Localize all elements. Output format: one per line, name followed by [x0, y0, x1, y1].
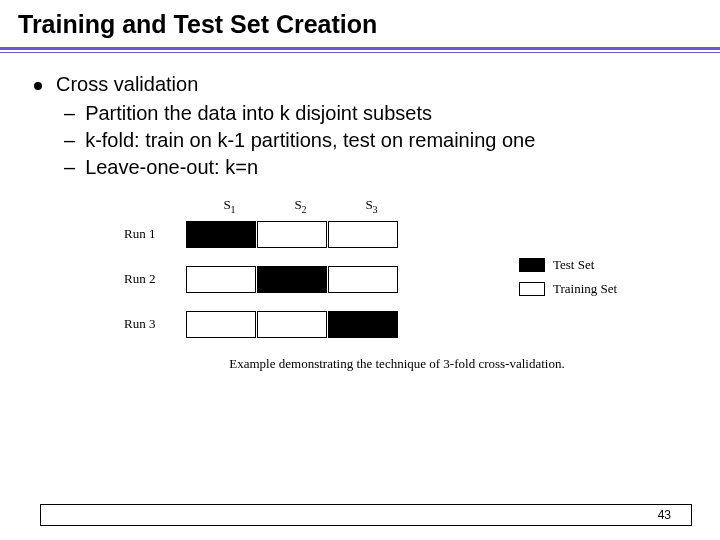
header-s1: S1 — [194, 197, 265, 215]
footer-box: 43 — [40, 504, 692, 526]
partition-box — [257, 266, 327, 293]
run-row-3: Run 3 — [124, 311, 700, 338]
partition-box — [186, 221, 256, 248]
legend-swatch-test — [519, 258, 545, 272]
partition-box — [328, 311, 398, 338]
content-area: Cross validation – Partition the data in… — [0, 53, 720, 372]
cross-validation-diagram: S1 S2 S3 Run 1 Run 2 Run 3 — [124, 197, 700, 372]
legend-label: Test Set — [553, 257, 594, 273]
run-label: Run 1 — [124, 226, 186, 242]
sub-bullet-text: Partition the data into k disjoint subse… — [85, 102, 432, 125]
slide-title: Training and Test Set Creation — [0, 0, 720, 47]
partition-box — [186, 266, 256, 293]
divider-thick — [0, 47, 720, 50]
run-boxes — [186, 266, 399, 293]
run-label: Run 2 — [124, 271, 186, 287]
legend-row: Training Set — [519, 281, 617, 297]
sub-bullet-row: – k-fold: train on k-1 partitions, test … — [64, 129, 700, 152]
bullet-icon — [34, 82, 42, 90]
dash-icon: – — [64, 156, 75, 179]
main-bullet-row: Cross validation — [34, 73, 700, 96]
main-bullet-text: Cross validation — [56, 73, 198, 96]
partition-box — [186, 311, 256, 338]
dash-icon: – — [64, 102, 75, 125]
dash-icon: – — [64, 129, 75, 152]
sub-bullet-text: Leave-one-out: k=n — [85, 156, 258, 179]
run-boxes — [186, 221, 399, 248]
diagram-headers: S1 S2 S3 — [194, 197, 700, 215]
sub-bullet-row: – Leave-one-out: k=n — [64, 156, 700, 179]
run-boxes — [186, 311, 399, 338]
diagram-caption: Example demonstrating the technique of 3… — [94, 356, 700, 372]
run-row-1: Run 1 — [124, 221, 700, 248]
partition-box — [328, 221, 398, 248]
partition-box — [257, 221, 327, 248]
header-s3: S3 — [336, 197, 407, 215]
partition-box — [257, 311, 327, 338]
sub-bullet-row: – Partition the data into k disjoint sub… — [64, 102, 700, 125]
legend-row: Test Set — [519, 257, 617, 273]
run-label: Run 3 — [124, 316, 186, 332]
legend: Test Set Training Set — [519, 257, 617, 305]
sub-bullet-text: k-fold: train on k-1 partitions, test on… — [85, 129, 535, 152]
legend-swatch-train — [519, 282, 545, 296]
page-number: 43 — [658, 508, 671, 522]
legend-label: Training Set — [553, 281, 617, 297]
partition-box — [328, 266, 398, 293]
header-s2: S2 — [265, 197, 336, 215]
